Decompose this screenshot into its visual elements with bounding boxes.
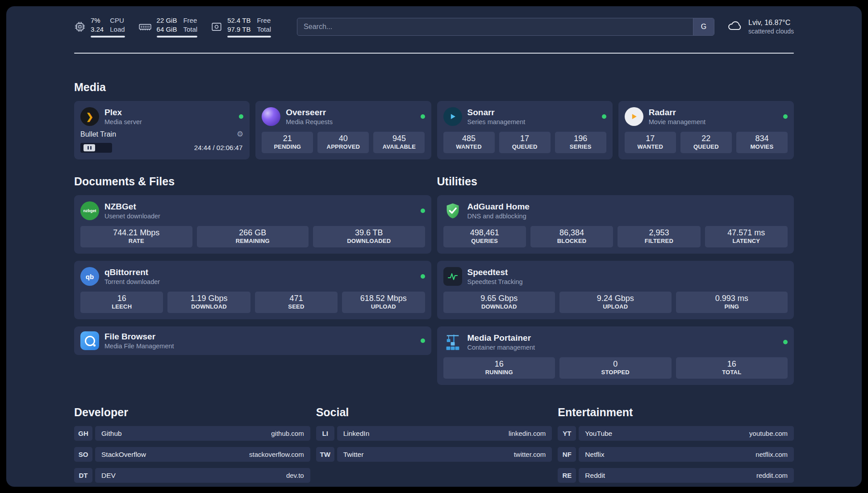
stat-tile: 17WANTED [625,132,676,153]
radarr-icon [625,107,643,126]
app-card-sonarr[interactable]: Sonarr Series management 485WANTED 17QUE… [437,101,613,159]
link-row-stackoverflow[interactable]: SO StackOverflow stackoverflow.com [74,447,310,462]
stat-label: RATE [82,238,191,245]
link-row-reddit[interactable]: RE Reddit reddit.com [558,468,794,483]
cpu-stat: 7% CPU 3.24 Load [74,16,125,38]
cloud-icon [727,19,743,34]
app-card-qbittorrent[interactable]: qb qBittorrent Torrent downloader 16LEEC… [74,261,431,319]
stat-value: 485 [445,134,493,143]
settings-icon[interactable]: ⚙ [237,130,243,139]
app-name: Radarr [649,108,778,117]
status-dot [421,338,425,343]
cpu-load-label: Load [110,25,125,34]
app-card-overseerr[interactable]: Overseerr Media Requests 21PENDING 40APP… [255,101,431,159]
stat-tile: 0.993 msPING [676,292,788,313]
stat-label: FILTERED [619,238,698,245]
link-row-linkedin[interactable]: LI LinkedIn linkedin.com [316,426,552,441]
dashboard: 7% CPU 3.24 Load 22 GiB Free [6,6,862,487]
app-subtitle: Container management [467,344,778,351]
app-card-portainer[interactable]: Media Portainer Container management 16R… [437,326,794,385]
stat-tile: 16RUNNING [443,357,555,379]
radarr-header: Radarr Movie management [625,107,788,126]
section-documents: Documents & Files nzbget NZBGet Usenet d… [74,175,431,385]
stat-label: SERIES [557,143,605,150]
stat-label: STOPPED [561,369,670,376]
app-card-radarr[interactable]: Radarr Movie management 17WANTED 22QUEUE… [618,101,794,159]
link-abbreviation: YT [558,426,576,441]
stat-value: 16 [678,359,786,369]
stat-label: WANTED [445,143,493,150]
stat-value: 2,953 [619,228,698,238]
app-card-filebrowser[interactable]: File Browser Media File Management [74,326,431,355]
stat-tile: 471SEED [255,292,338,313]
link-url: reddit.com [756,472,788,479]
status-dot [421,209,425,213]
link-row-twitter[interactable]: TW Twitter twitter.com [316,447,552,462]
search-input[interactable] [297,18,693,35]
memory-icon [138,21,152,33]
stat-tile: 39.6 TBDOWNLOADED [313,226,425,247]
sonarr-icon [443,107,462,126]
link-row-github[interactable]: GH Github github.com [74,426,310,441]
link-abbreviation: RE [558,468,576,483]
app-card-plex[interactable]: ❯ Plex Media server Bullet Train ⚙ 24:44… [74,101,250,159]
stat-value: 266 GB [199,228,307,238]
stat-tile: 86,384BLOCKED [530,226,613,247]
plex-icon: ❯ [80,107,99,126]
adguard-header: AdGuard Home DNS and adblocking [443,201,788,220]
app-name: qBittorrent [104,267,415,277]
stat-tile: 618.52 MbpsUPLOAD [342,292,425,313]
link-abbreviation: LI [316,426,334,441]
header-divider [74,53,794,54]
stat-label: QUERIES [445,238,524,245]
app-subtitle: DNS and adblocking [467,213,788,220]
link-url: stackoverflow.com [249,451,304,458]
storage-stat-body: 52.4 TB Free 97.9 TB Total [227,16,271,38]
app-name: Media Portainer [467,333,778,343]
stat-label: LEECH [82,303,161,310]
stat-tile: 945AVAILABLE [373,132,425,153]
stat-tile: 485WANTED [443,132,495,153]
link-url: netflix.com [755,451,788,458]
stat-tile: 21PENDING [262,132,313,153]
pause-button[interactable] [83,144,95,151]
storage-total-value: 97.9 TB [227,25,250,34]
link-abbreviation: NF [558,447,576,462]
stat-label: BLOCKED [532,238,611,245]
link-row-dev[interactable]: DT DEV dev.to [74,468,310,483]
stat-label: QUEUED [501,143,549,150]
memory-usage-bar [157,36,198,38]
hard-drive-icon [211,21,222,33]
status-dot [421,114,425,119]
stat-value: 0.993 ms [678,293,786,303]
link-row-netflix[interactable]: NF Netflix netflix.com [558,447,794,462]
app-name: Sonarr [467,108,597,117]
portainer-header: Media Portainer Container management [443,333,788,351]
sonarr-titles: Sonarr Series management [467,108,597,125]
section-social: Social LI LinkedIn linkedin.com TW Twitt… [316,405,552,487]
links-section: Developer GH Github github.com SO StackO… [74,405,794,487]
section-utilities: Utilities AdGuard Home [437,175,794,385]
memory-stat: 22 GiB Free 64 GiB Total [138,16,198,38]
stat-label: DOWNLOADED [315,238,423,245]
mid-section: Documents & Files nzbget NZBGet Usenet d… [74,175,794,385]
adguard-shield-icon [443,201,462,220]
search-engine-button[interactable]: G [693,18,714,35]
weather-location-temperature: Lviv, 16.87°C [748,19,794,27]
link-abbreviation: DT [74,468,92,483]
stat-tile: 744.21 MbpsRATE [80,226,192,247]
section-title-developer: Developer [74,405,310,419]
speedtest-titles: Speedtest Speedtest Tracking [467,267,788,285]
app-card-speedtest[interactable]: Speedtest Speedtest Tracking 9.65 GbpsDO… [437,261,794,319]
plex-header: ❯ Plex Media server [80,107,243,126]
portainer-stats: 16RUNNING 0STOPPED 16TOTAL [443,357,788,379]
app-card-adguard[interactable]: AdGuard Home DNS and adblocking 498,461Q… [437,195,794,254]
player-progress-bar[interactable]: 24:44 / 02:06:47 [80,142,243,153]
app-card-nzbget[interactable]: nzbget NZBGet Usenet downloader 744.21 M… [74,195,431,254]
link-row-youtube[interactable]: YT YouTube youtube.com [558,426,794,441]
cpu-load-value: 3.24 [91,25,104,34]
stat-label: TOTAL [678,369,786,376]
overseerr-icon [262,107,280,126]
stat-tile: 16LEECH [80,292,163,313]
section-title-entertainment: Entertainment [558,405,794,419]
